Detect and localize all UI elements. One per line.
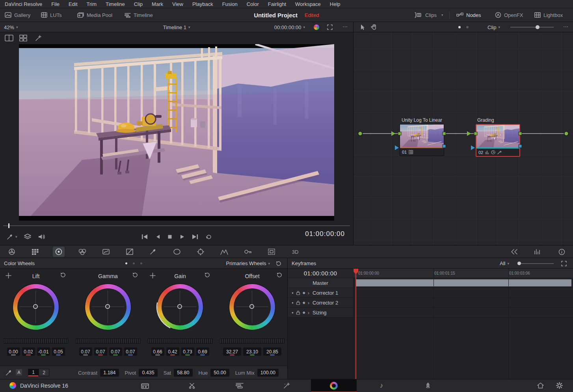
page-deliver[interactable] [419, 379, 437, 392]
reset-icon[interactable] [60, 272, 65, 277]
media-pool-button[interactable]: Media Pool [77, 8, 112, 22]
value-box[interactable]: 0.00 [7, 347, 20, 356]
menu-timeline[interactable]: Timeline [106, 1, 125, 7]
menu-playback[interactable]: Playback [192, 1, 213, 7]
node-zoom-slider[interactable] [510, 27, 554, 28]
menu-mark[interactable]: Mark [152, 1, 163, 7]
value-box[interactable]: 32.27 [223, 347, 241, 356]
track-master[interactable]: Master [288, 278, 353, 288]
track-sizing[interactable]: ● ◆ › Sizing [288, 308, 353, 318]
value-box[interactable]: 0.42 [166, 347, 179, 356]
value-box[interactable]: 0.05 [52, 347, 65, 356]
keyframe-ruler[interactable]: 01:00:00:00 01:00:01:15 01:00:03:06 [353, 269, 573, 278]
luts-button[interactable]: LUTs [41, 8, 62, 22]
node-graph[interactable]: Unity Log To Linear Grading 01 02 [353, 32, 573, 245]
param-value[interactable]: 58.80 [174, 369, 192, 377]
value-box[interactable]: 0.69 [196, 347, 209, 356]
value-box[interactable]: 0.07 [109, 347, 122, 356]
lightbox-button[interactable]: Lightbox [534, 8, 563, 22]
clips-button[interactable]: Clips ▾ [415, 8, 443, 22]
lift-master-slider[interactable] [4, 338, 68, 344]
param-value[interactable]: 100.00 [257, 369, 279, 377]
tracker-icon[interactable] [195, 247, 207, 257]
sizing-icon[interactable] [266, 247, 277, 257]
value-box[interactable]: 23.10 [243, 347, 261, 356]
expand-chevron-icon[interactable]: › [308, 290, 309, 296]
wheel-puck[interactable] [33, 304, 38, 309]
viewer-scrubber-playhead[interactable] [8, 223, 9, 228]
project-settings-button[interactable] [550, 379, 568, 392]
keyframe-filter-select[interactable]: All ▾ [500, 258, 509, 269]
menu-clip[interactable]: Clip [134, 1, 143, 7]
node-options-icon[interactable]: ⋯ [563, 24, 568, 30]
page-fairlight[interactable]: ♪ [372, 379, 391, 392]
keyframe-playhead-line[interactable] [355, 269, 356, 379]
qualifier-icon[interactable] [147, 247, 159, 257]
clip-timecode-select[interactable]: 00:00:00:00 ▾ [274, 22, 305, 32]
tab-page-2[interactable]: 2 [39, 369, 49, 376]
wheel-mode-select[interactable]: Primaries Wheels ▾ [226, 258, 270, 269]
gallery-button[interactable]: Gallery [5, 8, 30, 22]
curves-icon[interactable] [124, 247, 136, 257]
node-unity-log-to-linear[interactable]: 01 [400, 124, 444, 156]
expand-chevron-icon[interactable]: › [308, 300, 309, 306]
split-compare-icon[interactable] [5, 35, 13, 41]
gain-master-slider[interactable] [148, 338, 212, 344]
tab-page-1[interactable]: 1 [28, 369, 39, 376]
rgb-mixer-icon[interactable] [76, 247, 88, 257]
reset-icon[interactable] [204, 272, 210, 277]
skip-forward-button[interactable] [192, 234, 199, 240]
skip-backward-button[interactable] [141, 234, 148, 240]
viewer-options-icon[interactable]: ⋯ [342, 24, 348, 30]
openfx-button[interactable]: OpenFX [495, 8, 523, 22]
track-master-timeline[interactable] [353, 278, 573, 288]
gamma-master-slider[interactable] [76, 338, 140, 344]
offset-master-slider[interactable] [220, 338, 285, 344]
menu-color[interactable]: Color [247, 1, 259, 7]
track-corrector-1[interactable]: ● ◆ › Corrector 1 [288, 288, 353, 298]
keyframe-diamond-icon[interactable]: ◆ [303, 291, 305, 295]
enable-dot-icon[interactable]: ● [292, 301, 294, 305]
nodes-button[interactable]: Nodes [456, 8, 481, 22]
lock-icon[interactable] [296, 290, 300, 295]
enable-dot-icon[interactable]: ● [292, 311, 294, 314]
master-track-bar[interactable] [355, 279, 571, 286]
menu-view[interactable]: View [172, 1, 183, 7]
color-boost-icon[interactable] [314, 24, 319, 30]
blur-icon[interactable] [218, 247, 230, 257]
track-corrector-1-timeline[interactable] [353, 288, 573, 298]
menu-fusion[interactable]: Fusion [222, 1, 238, 7]
wheel-puck[interactable] [105, 304, 110, 309]
info-icon[interactable] [556, 247, 567, 257]
page-edit[interactable] [231, 379, 249, 392]
viewer-image[interactable] [19, 44, 334, 221]
value-box[interactable]: 0.02 [22, 347, 35, 356]
lock-icon[interactable] [296, 300, 300, 305]
value-box[interactable]: -0.01 [37, 347, 50, 356]
value-box[interactable]: 20.85 [263, 347, 281, 356]
timeline-button[interactable]: Timeline [125, 8, 153, 22]
scopes-icon[interactable] [532, 247, 543, 257]
expand-chevron-icon[interactable]: › [308, 310, 309, 316]
wheel-puck[interactable] [177, 304, 182, 309]
menu-file[interactable]: File [51, 1, 60, 7]
color-wheels-icon[interactable] [53, 247, 65, 257]
play-button[interactable] [179, 234, 185, 240]
project-manager-button[interactable] [531, 379, 549, 392]
menu-workspace[interactable]: Workspace [295, 1, 321, 7]
value-box[interactable]: 0.07 [94, 347, 107, 356]
stereo-3d-icon[interactable]: 3D [289, 247, 301, 257]
menu-help[interactable]: Help [330, 1, 340, 7]
pointer-tool-icon[interactable] [360, 24, 365, 30]
camera-raw-icon[interactable] [6, 247, 18, 257]
value-box[interactable]: 0.66 [151, 347, 164, 356]
viewer-scrubber[interactable] [3, 225, 350, 226]
split-screen-icon[interactable] [508, 247, 520, 257]
motion-effects-icon[interactable] [100, 247, 112, 257]
key-icon[interactable] [242, 247, 254, 257]
reset-icon[interactable] [276, 272, 282, 277]
node-mode-select[interactable]: Clip ▾ [487, 22, 500, 32]
gamma-wheel[interactable] [85, 284, 131, 330]
page-color-active[interactable] [311, 379, 357, 392]
menu-trim[interactable]: Trim [87, 1, 97, 7]
